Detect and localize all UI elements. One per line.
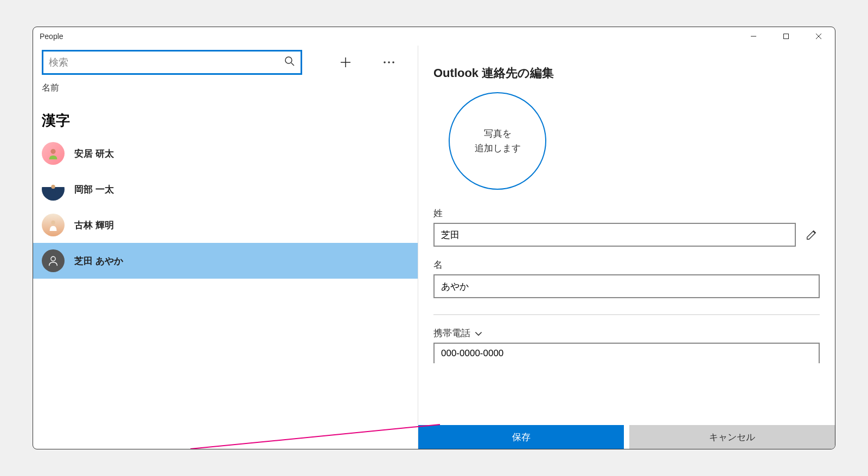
avatar	[42, 178, 65, 201]
plus-icon	[340, 56, 352, 68]
contact-name: 安居 研太	[74, 147, 114, 160]
divider	[433, 314, 820, 315]
svg-point-10	[392, 61, 394, 63]
minimize-icon	[750, 33, 757, 40]
svg-point-4	[285, 57, 292, 63]
close-button[interactable]	[802, 27, 835, 46]
surname-input[interactable]	[433, 223, 796, 247]
chevron-down-icon	[474, 329, 483, 338]
editor-pane: Outlook 連絡先の編集 写真を 追加します 姓 名 携帯電話 保存	[418, 46, 835, 449]
editor-title: Outlook 連絡先の編集	[433, 65, 820, 81]
given-input[interactable]	[433, 274, 820, 298]
pencil-icon	[806, 229, 818, 241]
given-label: 名	[433, 259, 820, 271]
contact-row[interactable]: 安居 研太	[33, 136, 418, 171]
given-row	[433, 274, 820, 298]
contact-row[interactable]: 芝田 あやか	[33, 243, 418, 279]
edit-name-button[interactable]	[803, 227, 820, 243]
add-photo-button[interactable]: 写真を 追加します	[449, 92, 546, 190]
contacts-pane: 名前 漢字 安居 研太 岡部 一太 古林 輝明	[33, 46, 418, 449]
svg-point-13	[51, 221, 55, 224]
window-title: People	[40, 32, 63, 41]
person-icon	[47, 255, 59, 267]
svg-point-14	[51, 256, 55, 261]
section-header: 漢字	[33, 98, 418, 136]
more-icon	[383, 61, 395, 64]
search-icon	[284, 56, 295, 69]
button-bar: 保存 キャンセル	[418, 425, 835, 449]
avatar	[42, 249, 65, 272]
avatar	[42, 214, 65, 236]
avatar	[42, 142, 65, 165]
contact-name: 岡部 一太	[74, 183, 114, 196]
contact-row[interactable]: 古林 輝明	[33, 207, 418, 243]
save-button[interactable]: 保存	[418, 425, 624, 449]
content-area: 名前 漢字 安居 研太 岡部 一太 古林 輝明	[33, 46, 835, 449]
people-window: People	[33, 27, 835, 449]
surname-label: 姓	[433, 207, 820, 220]
maximize-button[interactable]	[770, 27, 802, 46]
search-input[interactable]	[49, 57, 284, 68]
phone-type-selector[interactable]: 携帯電話	[433, 327, 820, 339]
svg-rect-1	[784, 34, 789, 39]
phone-input[interactable]	[433, 343, 820, 363]
more-button[interactable]	[377, 50, 401, 74]
sort-label[interactable]: 名前	[33, 78, 418, 98]
svg-point-9	[388, 61, 390, 63]
svg-point-12	[51, 185, 55, 189]
surname-row	[433, 223, 820, 247]
phone-type-label: 携帯電話	[433, 327, 470, 339]
titlebar: People	[33, 27, 835, 46]
contact-row[interactable]: 岡部 一太	[33, 171, 418, 207]
svg-point-8	[384, 61, 386, 63]
cancel-button[interactable]: キャンセル	[629, 425, 835, 449]
left-toolbar	[33, 46, 418, 78]
contact-name: 古林 輝明	[74, 219, 114, 231]
svg-line-5	[291, 63, 294, 66]
maximize-icon	[783, 33, 789, 40]
search-box[interactable]	[42, 50, 302, 75]
svg-point-11	[50, 149, 55, 154]
minimize-button[interactable]	[737, 27, 770, 46]
window-controls	[737, 27, 835, 46]
contact-name: 芝田 あやか	[74, 255, 123, 267]
close-icon	[815, 33, 822, 40]
add-contact-button[interactable]	[334, 50, 358, 74]
